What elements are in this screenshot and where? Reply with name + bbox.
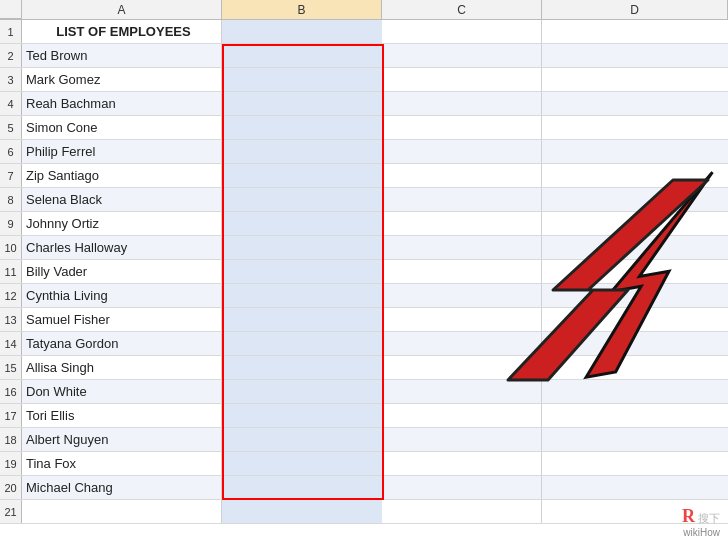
table-row[interactable]: 16Don White bbox=[0, 380, 728, 404]
cell-c[interactable] bbox=[382, 236, 542, 259]
cell-d[interactable] bbox=[542, 452, 728, 475]
cell-d[interactable] bbox=[542, 140, 728, 163]
cell-d[interactable] bbox=[542, 380, 728, 403]
table-row[interactable]: 14Tatyana Gordon bbox=[0, 332, 728, 356]
cell-c[interactable] bbox=[382, 68, 542, 91]
cell-a[interactable]: Cynthia Living bbox=[22, 284, 222, 307]
cell-a[interactable]: Billy Vader bbox=[22, 260, 222, 283]
cell-a[interactable]: Michael Chang bbox=[22, 476, 222, 499]
cell-c[interactable] bbox=[382, 92, 542, 115]
cell-b[interactable] bbox=[222, 212, 382, 235]
cell-b[interactable] bbox=[222, 92, 382, 115]
cell-d[interactable] bbox=[542, 44, 728, 67]
cell-b[interactable] bbox=[222, 500, 382, 523]
cell-c[interactable] bbox=[382, 188, 542, 211]
cell-b[interactable] bbox=[222, 404, 382, 427]
cell-b[interactable] bbox=[222, 236, 382, 259]
cell-c[interactable] bbox=[382, 476, 542, 499]
cell-a[interactable] bbox=[22, 500, 222, 523]
table-row[interactable]: 5Simon Cone bbox=[0, 116, 728, 140]
cell-a[interactable]: LIST OF EMPLOYEES bbox=[22, 20, 222, 43]
cell-d[interactable] bbox=[542, 20, 728, 43]
cell-b[interactable] bbox=[222, 332, 382, 355]
cell-d[interactable] bbox=[542, 428, 728, 451]
cell-c[interactable] bbox=[382, 332, 542, 355]
cell-c[interactable] bbox=[382, 428, 542, 451]
cell-a[interactable]: Simon Cone bbox=[22, 116, 222, 139]
cell-b[interactable] bbox=[222, 452, 382, 475]
cell-c[interactable] bbox=[382, 452, 542, 475]
cell-a[interactable]: Albert Nguyen bbox=[22, 428, 222, 451]
cell-c[interactable] bbox=[382, 308, 542, 331]
cell-a[interactable]: Selena Black bbox=[22, 188, 222, 211]
table-row[interactable]: 1LIST OF EMPLOYEES bbox=[0, 20, 728, 44]
cell-d[interactable] bbox=[542, 92, 728, 115]
cell-b[interactable] bbox=[222, 476, 382, 499]
table-row[interactable]: 11Billy Vader bbox=[0, 260, 728, 284]
cell-a[interactable]: Tina Fox bbox=[22, 452, 222, 475]
cell-b[interactable] bbox=[222, 308, 382, 331]
cell-a[interactable]: Tori Ellis bbox=[22, 404, 222, 427]
cell-c[interactable] bbox=[382, 164, 542, 187]
cell-c[interactable] bbox=[382, 500, 542, 523]
cell-d[interactable] bbox=[542, 332, 728, 355]
cell-a[interactable]: Johnny Ortiz bbox=[22, 212, 222, 235]
cell-a[interactable]: Reah Bachman bbox=[22, 92, 222, 115]
cell-c[interactable] bbox=[382, 284, 542, 307]
cell-b[interactable] bbox=[222, 164, 382, 187]
cell-d[interactable] bbox=[542, 404, 728, 427]
cell-c[interactable] bbox=[382, 140, 542, 163]
table-row[interactable]: 13Samuel Fisher bbox=[0, 308, 728, 332]
cell-a[interactable]: Allisa Singh bbox=[22, 356, 222, 379]
table-row[interactable]: 9Johnny Ortiz bbox=[0, 212, 728, 236]
table-row[interactable]: 7Zip Santiago bbox=[0, 164, 728, 188]
cell-d[interactable] bbox=[542, 212, 728, 235]
cell-c[interactable] bbox=[382, 212, 542, 235]
cell-a[interactable]: Zip Santiago bbox=[22, 164, 222, 187]
cell-c[interactable] bbox=[382, 404, 542, 427]
cell-b[interactable] bbox=[222, 380, 382, 403]
cell-c[interactable] bbox=[382, 20, 542, 43]
cell-d[interactable] bbox=[542, 188, 728, 211]
cell-c[interactable] bbox=[382, 356, 542, 379]
cell-d[interactable] bbox=[542, 116, 728, 139]
cell-c[interactable] bbox=[382, 116, 542, 139]
cell-b[interactable] bbox=[222, 260, 382, 283]
table-row[interactable]: 10Charles Halloway bbox=[0, 236, 728, 260]
cell-a[interactable]: Ted Brown bbox=[22, 44, 222, 67]
cell-b[interactable] bbox=[222, 20, 382, 43]
cell-a[interactable]: Samuel Fisher bbox=[22, 308, 222, 331]
cell-d[interactable] bbox=[542, 68, 728, 91]
cell-b[interactable] bbox=[222, 116, 382, 139]
table-row[interactable]: 3Mark Gomez bbox=[0, 68, 728, 92]
table-row[interactable]: 19Tina Fox bbox=[0, 452, 728, 476]
table-row[interactable]: 18Albert Nguyen bbox=[0, 428, 728, 452]
col-header-c[interactable]: C bbox=[382, 0, 542, 19]
cell-d[interactable] bbox=[542, 260, 728, 283]
table-row[interactable]: 21 bbox=[0, 500, 728, 524]
cell-c[interactable] bbox=[382, 380, 542, 403]
col-header-a[interactable]: A bbox=[22, 0, 222, 19]
col-header-b[interactable]: B bbox=[222, 0, 382, 19]
cell-a[interactable]: Philip Ferrel bbox=[22, 140, 222, 163]
table-row[interactable]: 12Cynthia Living bbox=[0, 284, 728, 308]
cell-d[interactable] bbox=[542, 236, 728, 259]
cell-d[interactable] bbox=[542, 356, 728, 379]
col-header-d[interactable]: D bbox=[542, 0, 728, 19]
table-row[interactable]: 15Allisa Singh bbox=[0, 356, 728, 380]
cell-a[interactable]: Tatyana Gordon bbox=[22, 332, 222, 355]
cell-b[interactable] bbox=[222, 68, 382, 91]
table-row[interactable]: 6Philip Ferrel bbox=[0, 140, 728, 164]
cell-b[interactable] bbox=[222, 356, 382, 379]
cell-a[interactable]: Don White bbox=[22, 380, 222, 403]
cell-b[interactable] bbox=[222, 44, 382, 67]
table-row[interactable]: 17Tori Ellis bbox=[0, 404, 728, 428]
cell-c[interactable] bbox=[382, 44, 542, 67]
table-row[interactable]: 8Selena Black bbox=[0, 188, 728, 212]
cell-d[interactable] bbox=[542, 164, 728, 187]
cell-d[interactable] bbox=[542, 476, 728, 499]
cell-b[interactable] bbox=[222, 428, 382, 451]
cell-d[interactable] bbox=[542, 308, 728, 331]
table-row[interactable]: 20Michael Chang bbox=[0, 476, 728, 500]
cell-d[interactable] bbox=[542, 284, 728, 307]
